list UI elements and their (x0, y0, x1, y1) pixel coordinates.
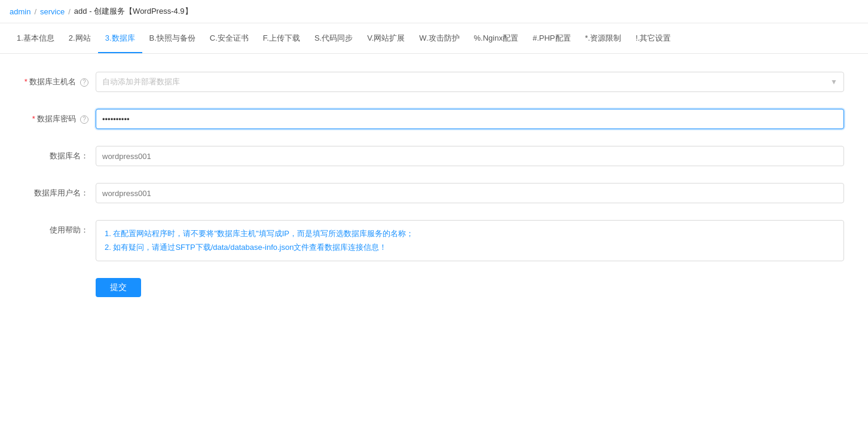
breadcrumb-sep-2: / (68, 7, 71, 16)
tab-bar: 1.基本信息 2.网站 3.数据库 B.快照与备份 C.安全证书 F.上传下载 … (0, 23, 868, 54)
breadcrumb-sep-1: / (34, 7, 36, 16)
breadcrumb: admin / service / add - 创建服务【WordPress-4… (0, 0, 868, 23)
breadcrumb-current: add - 创建服务【WordPress-4.9】 (74, 6, 192, 17)
chevron-down-icon: ▼ (830, 78, 838, 86)
db-user-control (96, 183, 844, 203)
submit-button[interactable]: 提交 (96, 278, 141, 297)
db-password-row: * 数据库密码 ? (24, 109, 844, 129)
db-user-row: 数据库用户名： (24, 183, 844, 203)
help-line-2: 2. 如有疑问，请通过SFTP下载/data/database-info.jso… (105, 240, 835, 254)
tab-backup[interactable]: B.快照与备份 (142, 23, 203, 53)
db-host-row: * 数据库主机名 ? 自动添加并部署数据库 ▼ (24, 72, 844, 92)
help-control: 1. 在配置网站程序时，请不要将"数据库主机"填写成IP，而是填写所选数据库服务… (96, 220, 844, 261)
breadcrumb-service[interactable]: service (40, 7, 65, 16)
db-user-input[interactable] (96, 183, 844, 203)
help-label: 使用帮助： (24, 220, 96, 236)
db-host-help-icon[interactable]: ? (80, 78, 88, 87)
help-box: 1. 在配置网站程序时，请不要将"数据库主机"填写成IP，而是填写所选数据库服务… (96, 220, 844, 261)
help-row: 使用帮助： 1. 在配置网站程序时，请不要将"数据库主机"填写成IP，而是填写所… (24, 220, 844, 261)
tab-sync[interactable]: S.代码同步 (307, 23, 360, 53)
db-name-label: 数据库名： (24, 146, 96, 161)
tab-ssl[interactable]: C.安全证书 (203, 23, 256, 53)
db-password-control (96, 109, 844, 129)
db-host-label: * 数据库主机名 ? (24, 72, 96, 87)
db-host-control: 自动添加并部署数据库 ▼ (96, 72, 844, 92)
db-host-select[interactable]: 自动添加并部署数据库 ▼ (96, 72, 844, 92)
tab-extend[interactable]: V.网站扩展 (360, 23, 412, 53)
db-password-input[interactable] (96, 109, 844, 129)
tab-resource[interactable]: *.资源限制 (578, 23, 629, 53)
breadcrumb-admin[interactable]: admin (10, 7, 30, 16)
tab-upload[interactable]: F.上传下载 (256, 23, 307, 53)
db-name-input[interactable] (96, 146, 844, 166)
tab-website[interactable]: 2.网站 (62, 23, 98, 53)
db-password-help-icon[interactable]: ? (80, 115, 88, 124)
tab-other[interactable]: !.其它设置 (628, 23, 678, 53)
tab-php[interactable]: #.PHP配置 (525, 23, 578, 53)
required-star: * (25, 77, 27, 86)
db-password-label: * 数据库密码 ? (24, 109, 96, 124)
db-user-label: 数据库用户名： (24, 183, 96, 198)
tab-database[interactable]: 3.数据库 (98, 23, 142, 53)
tab-basic[interactable]: 1.基本信息 (10, 23, 62, 53)
db-name-control (96, 146, 844, 166)
required-star-2: * (32, 114, 35, 123)
main-content: * 数据库主机名 ? 自动添加并部署数据库 ▼ * 数据库密码 ? 数据库名： … (0, 54, 868, 437)
help-line-1: 1. 在配置网站程序时，请不要将"数据库主机"填写成IP，而是填写所选数据库服务… (105, 227, 835, 240)
tab-nginx[interactable]: %.Nginx配置 (467, 23, 525, 53)
db-name-row: 数据库名： (24, 146, 844, 166)
tab-waf[interactable]: W.攻击防护 (412, 23, 466, 53)
submit-row: 提交 (24, 278, 844, 297)
db-host-select-placeholder: 自动添加并部署数据库 (102, 77, 180, 87)
